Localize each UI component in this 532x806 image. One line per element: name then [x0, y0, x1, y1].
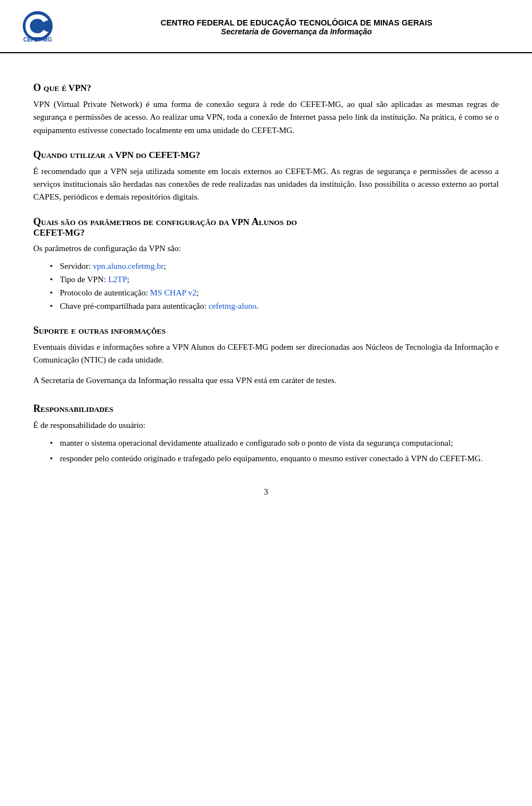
vpn-key: cefetmg-aluno [208, 302, 257, 310]
heading-params: Quais são os parâmetros de configuração … [33, 216, 499, 238]
list-item-chave: Chave pré-compartilhada para autenticaçã… [50, 299, 499, 313]
page-header: CEFET-MG CENTRO FEDERAL DE EDUCAÇÃO TECN… [0, 0, 532, 53]
page: CEFET-MG CENTRO FEDERAL DE EDUCAÇÃO TECN… [0, 0, 532, 806]
list-item-protocolo: Protocolo de autenticação: MS CHAP v2; [50, 286, 499, 299]
para-when-to-use: É recomendado que a VPN seja utilizada s… [33, 165, 499, 204]
svg-point-1 [33, 22, 42, 30]
section-when-to-use: Quando utilizar a VPN do CEFET-MG? É rec… [33, 149, 499, 204]
para-responsibility-intro: É de responsabilidade do usuário: [33, 419, 499, 432]
para-support-1: Eventuais dúvidas e informações sobre a … [33, 341, 499, 367]
department-name: Secretaria de Governança da Informação [83, 27, 510, 36]
heading-responsibility: Responsabilidades [33, 403, 499, 415]
section-support: Suporte e outras informações Eventuais d… [33, 325, 499, 387]
para-support-2: A Secretaria de Governança da Informação… [33, 374, 499, 387]
section-responsibility: Responsabilidades É de responsabilidade … [33, 403, 499, 465]
list-item-tipo: Tipo de VPN: L2TP; [50, 273, 499, 286]
list-item-responder: responder pelo conteúdo originado e traf… [50, 452, 499, 465]
svg-text:CEFET-MG: CEFET-MG [23, 37, 52, 42]
para-what-is-vpn: VPN (Virtual Private Network) é uma form… [33, 98, 499, 137]
list-item-manter: manter o sistema operacional devidamente… [50, 436, 499, 450]
institution-name: CENTRO FEDERAL DE EDUCAÇÃO TECNOLÓGICA D… [83, 18, 510, 27]
section-what-is-vpn: O que é VPN? VPN (Virtual Private Networ… [33, 82, 499, 137]
main-content: O que é VPN? VPN (Virtual Private Networ… [0, 53, 532, 519]
heading-when-to-use: Quando utilizar a VPN do CEFET-MG? [33, 149, 499, 161]
heading-support: Suporte e outras informações [33, 325, 499, 336]
vpn-type: L2TP [108, 275, 127, 284]
heading-what-is-vpn: O que é VPN? [33, 82, 499, 94]
header-text: CENTRO FEDERAL DE EDUCAÇÃO TECNOLÓGICA D… [83, 18, 510, 36]
para-params-intro: Os parâmetros de configuração da VPN são… [33, 242, 499, 255]
cefet-mg-logo: CEFET-MG [22, 10, 75, 42]
vpn-protocol: MS CHAP v2 [150, 288, 197, 297]
page-number: 3 [33, 487, 499, 497]
vpn-server: vpn.aluno.cefetmg.br [93, 262, 164, 271]
params-list: Servidor: vpn.aluno.cefetmg.br; Tipo de … [50, 259, 499, 313]
section-params: Quais são os parâmetros de configuração … [33, 216, 499, 313]
responsibility-list: manter o sistema operacional devidamente… [50, 436, 499, 465]
logo-area: CEFET-MG [22, 10, 83, 44]
list-item-servidor: Servidor: vpn.aluno.cefetmg.br; [50, 259, 499, 273]
